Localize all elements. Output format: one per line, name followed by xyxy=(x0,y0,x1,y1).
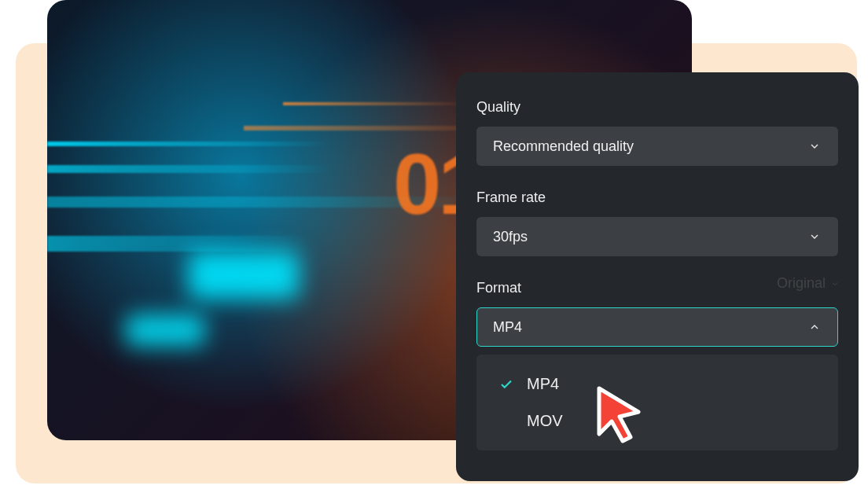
format-option-mov[interactable]: MOV xyxy=(476,403,838,439)
preview-glow xyxy=(189,252,299,299)
preview-glow xyxy=(126,314,204,346)
check-icon xyxy=(498,414,514,429)
quality-label: Quality xyxy=(476,99,838,116)
format-label: Format xyxy=(476,280,838,296)
format-dropdown: MP4 MOV xyxy=(476,355,838,450)
chevron-up-icon xyxy=(807,320,822,334)
format-option-mp4[interactable]: MP4 xyxy=(476,366,838,403)
option-label: MP4 xyxy=(527,375,559,393)
chevron-down-icon xyxy=(807,139,822,153)
quality-value: Recommended quality xyxy=(493,138,634,155)
option-label: MOV xyxy=(527,412,563,430)
chevron-down-icon xyxy=(807,230,822,244)
quality-select[interactable]: Recommended quality xyxy=(476,127,838,166)
export-settings-panel: Quality Recommended quality Frame rate 3… xyxy=(456,72,859,481)
framerate-select[interactable]: 30fps xyxy=(476,217,838,256)
format-value: MP4 xyxy=(493,319,522,336)
format-select[interactable]: MP4 xyxy=(476,307,838,347)
check-icon xyxy=(498,377,514,392)
framerate-label: Frame rate xyxy=(476,189,838,206)
framerate-value: 30fps xyxy=(493,229,528,245)
